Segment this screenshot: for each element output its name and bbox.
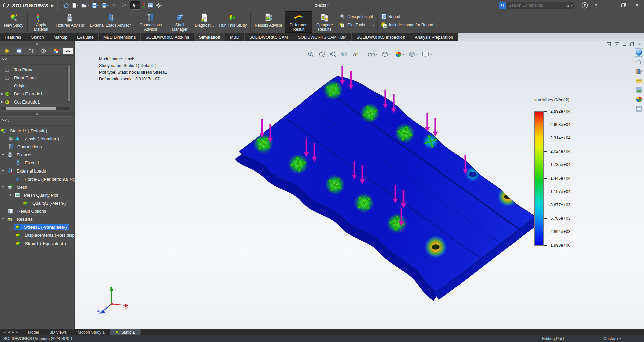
- shell-manager-button[interactable]: Shell Manager: [168, 11, 192, 33]
- options-caret-icon[interactable]: ▾: [161, 4, 163, 7]
- window-minimize-button[interactable]: —: [602, 0, 616, 11]
- print-caret-icon[interactable]: ▾: [107, 4, 109, 7]
- bottom-tab-model[interactable]: Model: [22, 329, 45, 335]
- view-orientation-caret-icon[interactable]: ▾: [416, 53, 418, 56]
- section-view-button[interactable]: [341, 51, 347, 58]
- study-tree-item-mesh-quality-plot[interactable]: ▼ Mesh Quality Plot: [0, 191, 74, 199]
- external-loads-advisor-button[interactable]: External Loads Advisor: [87, 11, 133, 33]
- study-tree-item-quality1[interactable]: Quality1 (-Mesh-): [0, 199, 74, 207]
- document-restore-button[interactable]: [630, 43, 634, 46]
- study-tree-filter[interactable]: ▾: [0, 117, 74, 126]
- display-style-button[interactable]: ▾: [382, 51, 391, 58]
- document-close-button[interactable]: ✕: [638, 42, 641, 46]
- collapse-left-pane-icon[interactable]: ◂: [607, 42, 611, 46]
- document-minimize-button[interactable]: [623, 43, 626, 46]
- configuration-manager-tab[interactable]: [38, 47, 50, 55]
- feature-tree-item-boss-extrude1[interactable]: ▶ Boss-Extrude1: [0, 90, 74, 98]
- filter-caret-icon[interactable]: ▾: [8, 120, 9, 123]
- feature-tree-vertical-scrollbar[interactable]: [67, 66, 71, 103]
- display-style-caret-icon[interactable]: ▾: [389, 53, 391, 56]
- tab-evaluate[interactable]: Evaluate: [72, 33, 99, 41]
- tab-mbd-dimensions[interactable]: MBD Dimensions: [99, 33, 141, 41]
- study-tree-item-static1[interactable]: Static 1* (-Default-): [0, 127, 74, 135]
- appearances-button[interactable]: ▾: [395, 51, 404, 58]
- open-file-caret-icon[interactable]: ▾: [88, 4, 89, 7]
- new-file-caret-icon[interactable]: ▾: [77, 4, 78, 7]
- report-button[interactable]: Report: [381, 14, 433, 20]
- search-commands-input[interactable]: [506, 3, 565, 8]
- threedexperience-icon[interactable]: [635, 48, 643, 57]
- view-palette-icon[interactable]: [635, 86, 643, 94]
- next-tab-button[interactable]: ▶: [12, 331, 14, 334]
- annotations-visibility-button[interactable]: A: [352, 51, 359, 58]
- connections-advisor-button[interactable]: Connections Advisor: [133, 11, 168, 33]
- tab-features[interactable]: Features: [0, 33, 26, 41]
- search-scope-icon[interactable]: [499, 2, 506, 9]
- view-settings-button[interactable]: ▾: [422, 51, 432, 58]
- custom-properties-icon[interactable]: [635, 105, 643, 113]
- design-insight-button[interactable]: Design Insight: [339, 14, 374, 20]
- undo-caret-icon[interactable]: ▾: [117, 4, 119, 7]
- hide-show-items-caret-icon[interactable]: ▾: [376, 53, 377, 56]
- view-settings-caret-icon[interactable]: ▾: [430, 53, 432, 56]
- collapse-arrow-icon[interactable]: ▼: [1, 218, 5, 221]
- bottom-tab-motion-study-1[interactable]: Motion Study 1: [72, 329, 110, 335]
- view-orientation-button[interactable]: ▾: [409, 51, 418, 58]
- study-tree-item-result-options[interactable]: Result Options: [0, 207, 74, 215]
- window-close-button[interactable]: ×: [630, 0, 644, 11]
- panel-splitter[interactable]: [0, 112, 74, 117]
- design-library-icon[interactable]: [635, 67, 643, 75]
- home-button[interactable]: [62, 2, 70, 9]
- study-tree-item-fixed1[interactable]: Fixed-1: [0, 159, 74, 167]
- solidworks-resources-icon[interactable]: [635, 58, 643, 66]
- appearance-manager-tab[interactable]: [50, 47, 62, 55]
- last-tab-button[interactable]: ▶|: [17, 331, 19, 334]
- expand-arrow-icon[interactable]: ▶: [0, 100, 5, 104]
- zoom-to-fit-button[interactable]: [308, 51, 314, 58]
- feature-tree-item-right-plane[interactable]: Right Plane: [0, 74, 74, 82]
- open-file-button[interactable]: ▾: [80, 2, 90, 9]
- study-tree-item-results[interactable]: ▼ Results: [0, 215, 74, 223]
- fixtures-advisor-button[interactable]: Fixtures Advisor: [53, 11, 87, 33]
- feature-manager-tab[interactable]: [13, 47, 25, 55]
- study-tree-item-connections[interactable]: Connections: [0, 143, 74, 151]
- first-tab-button[interactable]: |◀: [3, 331, 5, 334]
- study-tree-item-z-axis[interactable]: z-axis (-Alumina-): [0, 135, 74, 143]
- study-tree-item-fixtures[interactable]: ▼ Fixtures: [0, 151, 74, 159]
- feature-tree-filter[interactable]: [0, 56, 74, 65]
- file-explorer-icon[interactable]: [635, 76, 643, 85]
- search-icon[interactable]: [565, 3, 570, 8]
- search-caret-icon[interactable]: ▾: [571, 4, 572, 7]
- tab-solidworks-inspection[interactable]: SOLIDWORKS Inspection: [352, 33, 410, 41]
- deformed-result-button[interactable]: Deformed Result: [285, 11, 312, 33]
- study-tree-item-force1[interactable]: Force-1 (:Per item: 9.8 N:): [0, 175, 74, 183]
- part-tree-tab[interactable]: [1, 47, 13, 55]
- panel-split-handle[interactable]: [0, 41, 74, 47]
- run-this-study-button[interactable]: Run This Study: [217, 11, 250, 33]
- study-tree-item-strain1[interactable]: ε Strain1 (-Equivalent-): [0, 239, 74, 247]
- save-button[interactable]: ▾: [91, 2, 100, 9]
- tab-mbd[interactable]: MBD: [225, 33, 245, 41]
- feature-tree-item-cut-extrude1[interactable]: ▶ Cut-Extrude1: [0, 98, 74, 106]
- apply-material-button[interactable]: Apply Material: [29, 11, 53, 33]
- study-tree-item-stress1[interactable]: σ Stress1 (-vonMises-): [0, 223, 74, 231]
- diagnostics-button[interactable]: Diagnost...: [192, 11, 216, 33]
- tab-simulation[interactable]: Simulation: [194, 33, 225, 41]
- select-tool-button[interactable]: ▾: [130, 1, 140, 9]
- zoom-to-area-button[interactable]: [319, 51, 325, 58]
- tab-sketch[interactable]: Sketch: [26, 33, 49, 41]
- study-tree-item-mesh[interactable]: ▼ Mesh: [0, 183, 74, 191]
- tab-solidworks-cam[interactable]: SOLIDWORKS CAM: [245, 33, 293, 41]
- bottom-tab-3d-views[interactable]: 3D Views: [44, 329, 72, 335]
- previous-tab-button[interactable]: ◀: [8, 331, 10, 334]
- print-button[interactable]: ▾: [100, 2, 110, 9]
- redo-caret-icon[interactable]: ▾: [127, 4, 129, 7]
- options-gear-button[interactable]: ▾: [155, 2, 164, 9]
- new-study-button[interactable]: New Study: [1, 11, 26, 33]
- collapse-right-pane-icon[interactable]: ▸: [615, 42, 619, 46]
- select-tool-caret-icon[interactable]: ▾: [137, 4, 139, 7]
- window-restore-button[interactable]: [616, 0, 630, 11]
- tab-solidworks-cam-tbm[interactable]: SOLIDWORKS CAM TBM: [293, 33, 352, 41]
- user-account-icon[interactable]: [579, 0, 590, 11]
- hide-show-items-button[interactable]: ▾: [368, 51, 377, 57]
